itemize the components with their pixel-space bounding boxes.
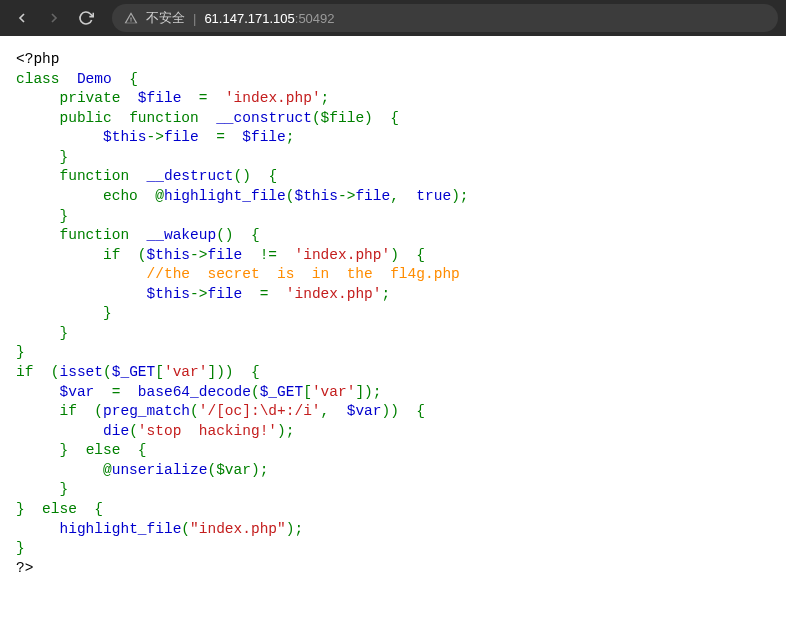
address-bar[interactable]: 不安全 | 61.147.171.105:50492 <box>112 4 778 32</box>
kw-function: function <box>129 110 199 126</box>
paren: ( <box>103 364 112 380</box>
kw-else: else <box>86 442 121 458</box>
forward-button[interactable] <box>40 4 68 32</box>
var-this: $this <box>147 286 191 302</box>
kw-else: else <box>42 501 77 517</box>
kw-function: function <box>60 227 130 243</box>
brace: } <box>16 540 25 556</box>
arrow: -> <box>190 247 207 263</box>
separator: | <box>193 11 196 26</box>
reload-button[interactable] <box>72 4 100 32</box>
brace: { <box>251 227 260 243</box>
var-get: $_GET <box>112 364 156 380</box>
str-regex: '/[oc]:\d+:/i' <box>199 403 321 419</box>
op-at: @ <box>155 188 164 204</box>
var-get: $_GET <box>260 384 304 400</box>
brace: } <box>16 501 25 517</box>
brace: { <box>138 442 147 458</box>
fn-wakeup: __wakeup <box>147 227 217 243</box>
fn-unser: unserialize <box>112 462 208 478</box>
str-stop: 'stop hacking!' <box>138 423 277 439</box>
kw-true: true <box>416 188 451 204</box>
prop-file: file <box>207 286 242 302</box>
url-text: 61.147.171.105:50492 <box>204 11 334 26</box>
brace: } <box>60 325 69 341</box>
paren: ( <box>181 521 190 537</box>
brace: } <box>16 344 25 360</box>
semi: ; <box>382 286 391 302</box>
paren: ) <box>390 247 399 263</box>
var-file: $file <box>138 90 182 106</box>
semi: ; <box>260 462 269 478</box>
op-eq: = <box>199 90 208 106</box>
var-file: $file <box>242 129 286 145</box>
arg-var: ($var) <box>207 462 259 478</box>
op-eq: = <box>260 286 269 302</box>
comment-secret: //the secret is in the fl4g.php <box>147 266 460 282</box>
op-eq: = <box>216 129 225 145</box>
back-button[interactable] <box>8 4 36 32</box>
fn-construct: __construct <box>216 110 312 126</box>
op-at: @ <box>103 462 112 478</box>
var-this: $this <box>147 247 191 263</box>
kw-if: if <box>103 247 120 263</box>
brace: } <box>60 149 69 165</box>
brace: { <box>251 364 260 380</box>
arrow: -> <box>338 188 355 204</box>
fn-isset: isset <box>60 364 104 380</box>
php-open: <?php <box>16 51 60 67</box>
insecure-icon <box>124 11 138 25</box>
brace: } <box>60 442 69 458</box>
param-file: ($file) <box>312 110 373 126</box>
kw-public: public <box>60 110 112 126</box>
brace: } <box>103 305 112 321</box>
paren: () <box>216 227 233 243</box>
arrow: -> <box>147 129 164 145</box>
paren: ( <box>251 384 260 400</box>
comma: , <box>390 188 399 204</box>
brace: { <box>94 501 103 517</box>
fn-b64: base64_decode <box>138 384 251 400</box>
paren: ) <box>451 188 460 204</box>
brace: { <box>416 403 425 419</box>
semi: ; <box>321 90 330 106</box>
kw-class: class <box>16 71 60 87</box>
security-label: 不安全 <box>146 9 185 27</box>
comma: , <box>321 403 330 419</box>
browser-toolbar: 不安全 | 61.147.171.105:50492 <box>0 0 786 36</box>
semi: ; <box>286 129 295 145</box>
paren: () <box>234 168 251 184</box>
var-var: $var <box>347 403 382 419</box>
class-name: Demo <box>77 71 112 87</box>
fn-destruct: __destruct <box>147 168 234 184</box>
prop-file: file <box>164 129 199 145</box>
fn-die: die <box>103 423 129 439</box>
paren: ( <box>94 403 103 419</box>
paren: ( <box>51 364 60 380</box>
str-index2: "index.php" <box>190 521 286 537</box>
kw-echo: echo <box>103 188 138 204</box>
str-var: 'var' <box>164 364 208 380</box>
paren: ( <box>138 247 147 263</box>
arrow: -> <box>190 286 207 302</box>
str-index: 'index.php' <box>286 286 382 302</box>
prop-file: file <box>355 188 390 204</box>
php-close: ?> <box>16 560 33 576</box>
brace: } <box>60 481 69 497</box>
kw-function: function <box>60 168 130 184</box>
kw-private: private <box>60 90 121 106</box>
fn-preg: preg_match <box>103 403 190 419</box>
kw-if: if <box>16 364 33 380</box>
kw-if: if <box>60 403 77 419</box>
paren: ( <box>129 423 138 439</box>
fn-hf: highlight_file <box>60 521 182 537</box>
fn-hf: highlight_file <box>164 188 286 204</box>
str-index: 'index.php' <box>225 90 321 106</box>
op-eq: = <box>112 384 121 400</box>
prop-file: file <box>207 247 242 263</box>
semi: ; <box>460 188 469 204</box>
paren: ( <box>190 403 199 419</box>
var-var: $var <box>60 384 95 400</box>
str-index: 'index.php' <box>294 247 390 263</box>
code-content: <?php class Demo { private $file = 'inde… <box>0 36 786 592</box>
